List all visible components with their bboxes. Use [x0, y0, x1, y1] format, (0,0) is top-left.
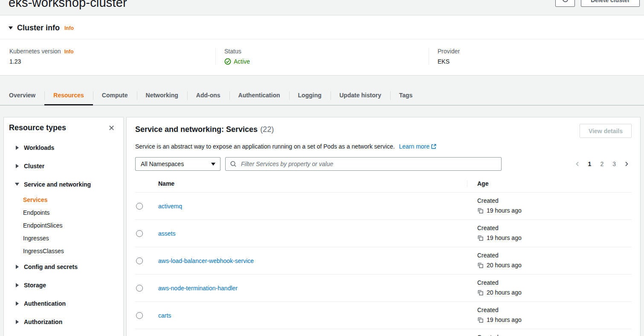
page-title: eks-workshop-cluster	[9, 0, 635, 10]
status-value: Active	[224, 58, 429, 65]
services-description: Service is an abstract way to expose an …	[135, 143, 632, 151]
tree-group-label: Storage	[24, 282, 46, 289]
service-link[interactable]: aws-load-balancer-webhook-service	[158, 257, 254, 264]
services-panel-title: Service and networking: Services(22)	[135, 125, 274, 134]
triangle-right-icon	[16, 320, 19, 324]
created-label: Created	[477, 252, 632, 259]
tab-authentication[interactable]: Authentication	[229, 86, 289, 105]
age-value: 19 hours ago	[487, 316, 522, 323]
cluster-info-title: Cluster info	[17, 23, 60, 32]
filter-services-input[interactable]	[225, 157, 502, 171]
kubernetes-version-info-link[interactable]: Info	[64, 49, 74, 55]
namespace-select[interactable]: All Namespaces	[135, 157, 220, 171]
tree-group-storage[interactable]: Storage	[9, 276, 118, 294]
tab-update-history[interactable]: Update history	[331, 86, 390, 105]
provider-field: Provider EKS	[429, 48, 644, 65]
copy-icon[interactable]	[477, 235, 484, 241]
name-column-header: Name	[158, 180, 467, 187]
copy-icon[interactable]	[477, 289, 484, 296]
row-radio[interactable]	[136, 312, 143, 319]
tree-item-ingressclasses[interactable]: IngressClasses	[9, 245, 118, 257]
triangle-right-icon	[16, 283, 19, 287]
services-panel: Service and networking: Services(22) Vie…	[126, 117, 641, 336]
service-link[interactable]: carts	[158, 312, 171, 319]
service-link[interactable]: activemq	[158, 203, 182, 210]
age-cell: Created 19 hours ago	[467, 302, 632, 329]
tab-add-ons[interactable]: Add-ons	[187, 86, 229, 105]
table-row: aws-node-termination-handler Created 20 …	[135, 275, 632, 302]
tab-compute[interactable]: Compute	[93, 86, 137, 105]
selection-column-header	[135, 180, 158, 187]
cluster-info-info-link[interactable]: Info	[64, 25, 74, 31]
tab-logging[interactable]: Logging	[289, 86, 331, 105]
copy-icon[interactable]	[477, 262, 484, 269]
resource-types-title: Resource types	[9, 123, 66, 132]
services-table: Name Age activemq Created 19 hours ago a…	[135, 178, 632, 336]
table-row: carts Created 19 hours ago	[135, 302, 632, 329]
search-field-wrap	[225, 157, 502, 171]
next-page-button[interactable]	[622, 160, 631, 168]
close-panel-button[interactable]	[107, 124, 116, 132]
learn-more-text: Learn more	[399, 143, 429, 150]
tree-group-cluster[interactable]: Cluster	[9, 157, 118, 175]
tree-group-service-and-networking[interactable]: Service and networking	[9, 175, 118, 193]
previous-page-button[interactable]	[573, 160, 582, 168]
cluster-info-card: Cluster info Info Kubernetes version Inf…	[0, 15, 644, 76]
tab-bar: Overview Resources Compute Networking Ad…	[0, 86, 644, 105]
tab-resources[interactable]: Resources	[44, 86, 93, 105]
kubernetes-version-label: Kubernetes version	[9, 48, 61, 55]
service-link[interactable]: assets	[158, 230, 175, 237]
page-3-button[interactable]: 3	[610, 159, 618, 169]
tree-item-ingresses[interactable]: Ingresses	[9, 232, 118, 245]
page-2-button[interactable]: 2	[598, 159, 606, 169]
row-radio[interactable]	[136, 257, 143, 264]
external-link-icon	[431, 143, 437, 151]
provider-value: EKS	[438, 58, 644, 65]
age-cell: Created 19 hours ago	[467, 193, 632, 219]
copy-icon[interactable]	[477, 317, 484, 323]
tree-group-authentication[interactable]: Authentication	[9, 294, 118, 313]
row-radio[interactable]	[136, 230, 143, 237]
search-icon	[230, 161, 237, 169]
age-value: 19 hours ago	[487, 207, 522, 214]
tree-group-workloads[interactable]: Workloads	[9, 138, 118, 157]
tree-group-label: Config and secrets	[24, 263, 78, 270]
tree-group-authorization[interactable]: Authorization	[9, 313, 118, 331]
row-radio[interactable]	[136, 285, 143, 292]
tab-overview[interactable]: Overview	[0, 86, 44, 105]
age-column-header: Age	[467, 180, 632, 187]
table-row: activemq Created 19 hours ago	[135, 193, 632, 220]
table-row: Created	[135, 329, 632, 336]
age-cell: Created 19 hours ago	[467, 220, 632, 247]
page-1-button[interactable]: 1	[586, 159, 594, 169]
view-details-button[interactable]: View details	[580, 124, 632, 138]
copy-icon[interactable]	[477, 207, 484, 214]
table-header: Name Age	[135, 178, 632, 193]
age-value: 20 hours ago	[487, 262, 522, 269]
created-label: Created	[477, 225, 632, 231]
age-cell: Created	[467, 329, 632, 336]
tab-networking[interactable]: Networking	[137, 86, 187, 105]
page-header: eks-workshop-cluster Delete cluster	[0, 0, 644, 9]
status-label: Status	[224, 48, 241, 55]
tree-item-services[interactable]: Services	[9, 193, 118, 206]
table-row: aws-load-balancer-webhook-service Create…	[135, 247, 632, 275]
tree-group-config-and-secrets[interactable]: Config and secrets	[9, 257, 118, 276]
header-actions: Delete cluster	[555, 0, 640, 7]
tree-item-endpointslices[interactable]: EndpointSlices	[9, 219, 118, 232]
service-link[interactable]: aws-node-termination-handler	[158, 285, 238, 292]
cluster-info-header[interactable]: Cluster info Info	[0, 15, 644, 39]
chevron-down-icon	[211, 163, 215, 166]
age-cell: Created 20 hours ago	[467, 247, 632, 274]
triangle-right-icon	[16, 301, 19, 306]
tab-tags[interactable]: Tags	[390, 86, 422, 105]
row-radio[interactable]	[136, 203, 143, 210]
learn-more-link[interactable]: Learn more	[399, 143, 437, 150]
triangle-down-icon	[15, 183, 19, 186]
resource-types-panel: Resource types Workloads Cluster Service…	[3, 117, 124, 336]
refresh-button[interactable]	[555, 0, 575, 7]
status-text: Active	[234, 58, 250, 65]
tree-item-endpoints[interactable]: Endpoints	[9, 206, 118, 219]
delete-cluster-button[interactable]: Delete cluster	[581, 0, 640, 7]
description-text: Service is an abstract way to expose an …	[135, 143, 395, 150]
